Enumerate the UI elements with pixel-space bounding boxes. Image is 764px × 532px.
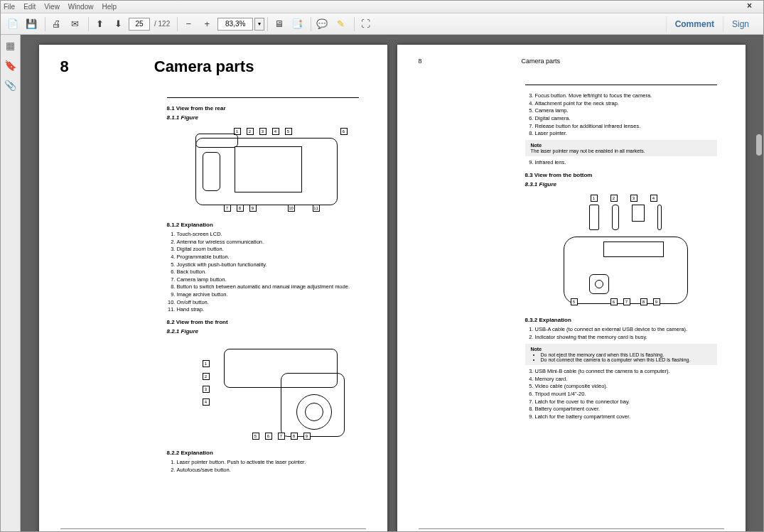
menu-help[interactable]: Help <box>102 3 117 11</box>
list-item: Battery compartment cover. <box>535 406 717 413</box>
attachment-icon[interactable]: 📎 <box>4 79 17 92</box>
note-box: Note Do not eject the memory card when t… <box>525 344 717 365</box>
list-item: Focus button. Move left/right to focus t… <box>535 92 717 99</box>
bookmark-icon[interactable]: 🔖 <box>4 59 17 72</box>
explanation-list: USB Mini-B cable (to connect the camera … <box>525 368 717 420</box>
section-heading: 8.2 View from the front <box>167 319 359 325</box>
list-item: Latch for the battery compartment cover. <box>535 413 717 420</box>
toolbar: 📄 💾 🖨 ✉ ⬆ ⬇ / 122 − + ▾ 🖥 📑 💬 ✎ ⛶ Commen… <box>1 13 763 35</box>
list-item: Video cable (composite video). <box>535 383 717 390</box>
list-item: Autofocus/save button. <box>177 467 359 474</box>
explanation-list: USB-A cable (to connect an external USB … <box>525 326 717 341</box>
note-text: Do not connect the camera to a computer … <box>541 357 711 362</box>
section-heading: 8.3 View from the bottom <box>525 172 717 178</box>
email-icon[interactable]: ✉ <box>67 16 82 32</box>
menu-window[interactable]: Window <box>68 3 94 11</box>
left-sidebar: ▦ 🔖 📎 <box>1 35 21 531</box>
separator <box>45 17 45 31</box>
menu-edit[interactable]: Edit <box>23 3 36 11</box>
chapter-title: Camera parts <box>154 58 254 76</box>
chapter-number: 8 <box>60 58 69 76</box>
list-item: Digital camera. <box>535 115 717 122</box>
list-item: Indicator showing that the memory card i… <box>535 334 717 341</box>
zoom-dropdown-icon[interactable]: ▾ <box>254 18 264 31</box>
explanation-list: Touch-screen LCD.Antenna for wireless co… <box>167 231 359 313</box>
page-left: 8 Camera parts 8.1 View from the rear 8.… <box>39 45 387 531</box>
note-box: Note The laser pointer may not be enable… <box>525 140 717 156</box>
menubar: File Edit View Window Help × <box>1 1 763 13</box>
list-item: Image archive button. <box>177 291 359 298</box>
comment-panel-button[interactable]: Comment <box>666 16 723 32</box>
list-item: Back button. <box>177 268 359 276</box>
tool-icon[interactable]: 🖥 <box>271 16 286 32</box>
pdf-reader-window: File Edit View Window Help × 📄 💾 🖨 ✉ ⬆ ⬇… <box>0 0 764 532</box>
comment-bubble-icon[interactable]: 💬 <box>314 16 330 32</box>
section-heading: 8.3.2 Explanation <box>525 317 717 323</box>
scrollbar-thumb[interactable] <box>756 134 762 156</box>
list-item: Hand strap. <box>177 306 359 313</box>
highlight-icon[interactable]: ✎ <box>333 16 348 32</box>
list-item: Button to switch between automatic and m… <box>177 283 359 291</box>
list-item: Joystick with push-button functionality. <box>177 261 359 268</box>
document-viewer[interactable]: 8 Camera parts 8.1 View from the rear 8.… <box>21 35 763 531</box>
list-item: Tripod mount 1/4"-20. <box>535 391 717 398</box>
list-item: Attachment point for the neck strap. <box>535 100 717 107</box>
list-item: Infrared lens. <box>535 159 717 166</box>
list-item: Release button for additional infrared l… <box>535 123 717 130</box>
list-item: Touch-screen LCD. <box>177 231 359 238</box>
zoom-out-icon[interactable]: − <box>181 16 196 32</box>
thumbnails-icon[interactable]: ▦ <box>4 39 17 52</box>
page-right: 8 Camera parts Focus button. Move left/r… <box>397 45 746 531</box>
list-item: Camera lamp button. <box>177 276 359 283</box>
separator <box>88 17 89 31</box>
figure-heading: 8.2.1 Figure <box>167 328 359 335</box>
rule <box>167 97 359 98</box>
list-item: Programmable button. <box>177 254 359 261</box>
figure-heading: 8.3.1 Figure <box>525 181 717 188</box>
figure-front-view: 1 2 3 4 56789 <box>167 337 359 444</box>
rule <box>525 85 717 85</box>
tool-icon[interactable]: 📑 <box>289 16 305 32</box>
list-item: On/off button. <box>177 299 359 306</box>
menu-file[interactable]: File <box>4 3 15 11</box>
page-total-label: / 122 <box>154 20 170 28</box>
zoom-in-icon[interactable]: + <box>199 16 215 32</box>
section-heading: 8.1.2 Explanation <box>167 222 359 228</box>
list-item: USB Mini-B cable (to connect the camera … <box>535 368 717 375</box>
list-item: USB-A cable (to connect an external USB … <box>535 326 717 333</box>
open-icon[interactable]: 📄 <box>5 16 21 32</box>
list-item: Laser pointer button. Push to activate t… <box>177 459 359 466</box>
section-heading: 8.1 View from the rear <box>167 105 359 112</box>
vertical-scrollbar[interactable] <box>756 35 762 531</box>
note-title: Note <box>531 143 711 148</box>
page-up-icon[interactable]: ⬆ <box>92 16 107 32</box>
note-text: The laser pointer may not be enabled in … <box>531 148 645 153</box>
explanation-list: Focus button. Move left/right to focus t… <box>525 92 717 137</box>
page-number-input[interactable] <box>129 18 150 31</box>
chapter-title: Camera parts <box>522 58 561 65</box>
figure-rear-view: 12345 6 789 10 11 <box>167 124 359 216</box>
fullscreen-icon[interactable]: ⛶ <box>357 16 373 32</box>
save-icon[interactable]: 💾 <box>23 16 39 32</box>
list-item: Antenna for wireless communication. <box>177 239 359 246</box>
main-area: ▦ 🔖 📎 8 Camera parts 8.1 View from the r… <box>1 35 763 531</box>
separator <box>267 17 268 31</box>
chapter-number: 8 <box>419 58 422 65</box>
sign-panel-button[interactable]: Sign <box>723 16 758 32</box>
explanation-list: Infrared lens. <box>525 159 717 166</box>
list-item: Latch for the cover to the connector bay… <box>535 398 717 406</box>
note-text: Do not eject the memory card when this L… <box>541 352 711 357</box>
list-item: Laser pointer. <box>535 130 717 137</box>
separator <box>354 17 355 31</box>
list-item: Digital zoom button. <box>177 246 359 253</box>
section-heading: 8.2.2 Explanation <box>167 450 359 456</box>
separator <box>311 17 311 31</box>
print-icon[interactable]: 🖨 <box>48 16 64 32</box>
explanation-list: Laser pointer button. Push to activate t… <box>167 459 359 474</box>
figure-heading: 8.1.1 Figure <box>167 114 359 121</box>
close-icon[interactable]: × <box>747 1 752 11</box>
page-down-icon[interactable]: ⬇ <box>110 16 126 32</box>
menu-view[interactable]: View <box>44 3 60 11</box>
toolbar-right: Comment Sign <box>666 16 758 32</box>
zoom-input[interactable] <box>217 18 253 31</box>
